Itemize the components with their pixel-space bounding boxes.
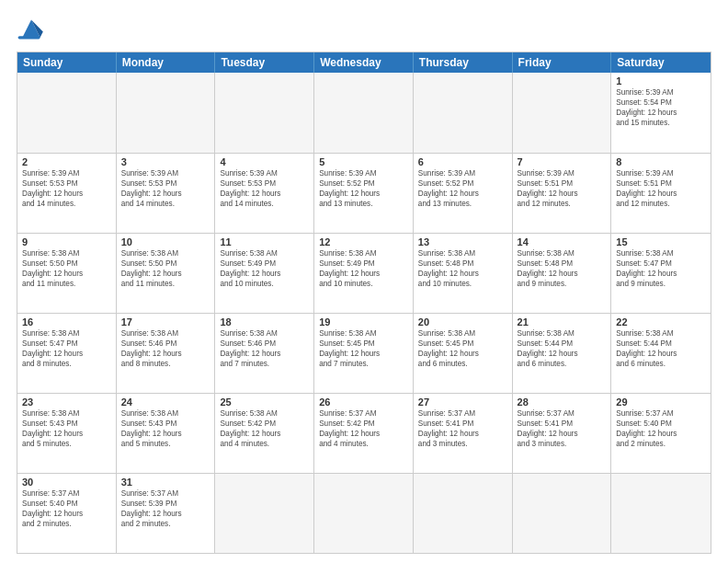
day-number: 1 [616, 75, 706, 86]
calendar-row-1: 2Sunrise: 5:39 AM Sunset: 5:53 PM Daylig… [17, 153, 711, 233]
calendar-cell: 5Sunrise: 5:39 AM Sunset: 5:52 PM Daylig… [314, 154, 414, 233]
calendar-cell: 14Sunrise: 5:38 AM Sunset: 5:48 PM Dayli… [513, 234, 612, 313]
day-info: Sunrise: 5:38 AM Sunset: 5:49 PM Dayligh… [319, 248, 408, 289]
calendar-cell: 8Sunrise: 5:39 AM Sunset: 5:51 PM Daylig… [611, 154, 711, 233]
day-info: Sunrise: 5:38 AM Sunset: 5:45 PM Dayligh… [418, 328, 507, 369]
calendar-cell: 30Sunrise: 5:37 AM Sunset: 5:40 PM Dayli… [17, 474, 117, 553]
calendar-row-0: 1Sunrise: 5:39 AM Sunset: 5:54 PM Daylig… [17, 73, 711, 153]
calendar-row-4: 23Sunrise: 5:38 AM Sunset: 5:43 PM Dayli… [17, 393, 711, 473]
calendar-cell: 3Sunrise: 5:39 AM Sunset: 5:53 PM Daylig… [117, 154, 216, 233]
calendar-cell: 27Sunrise: 5:37 AM Sunset: 5:41 PM Dayli… [414, 394, 513, 473]
calendar-row-2: 9Sunrise: 5:38 AM Sunset: 5:50 PM Daylig… [17, 233, 711, 313]
day-info: Sunrise: 5:38 AM Sunset: 5:46 PM Dayligh… [220, 328, 309, 369]
calendar-cell: 28Sunrise: 5:37 AM Sunset: 5:41 PM Dayli… [513, 394, 612, 473]
day-number: 15 [616, 236, 706, 247]
calendar-cell: 19Sunrise: 5:38 AM Sunset: 5:45 PM Dayli… [314, 314, 414, 393]
day-number: 19 [319, 316, 408, 327]
calendar-cell [215, 474, 314, 553]
day-number: 12 [319, 236, 408, 247]
page: SundayMondayTuesdayWednesdayThursdayFrid… [0, 0, 728, 563]
day-info: Sunrise: 5:37 AM Sunset: 5:41 PM Dayligh… [418, 408, 507, 449]
day-info: Sunrise: 5:39 AM Sunset: 5:54 PM Dayligh… [616, 87, 706, 128]
day-info: Sunrise: 5:39 AM Sunset: 5:51 PM Dayligh… [518, 168, 607, 209]
day-info: Sunrise: 5:37 AM Sunset: 5:40 PM Dayligh… [616, 408, 706, 449]
svg-rect-2 [18, 36, 40, 39]
day-info: Sunrise: 5:38 AM Sunset: 5:43 PM Dayligh… [121, 408, 210, 449]
calendar-cell: 29Sunrise: 5:37 AM Sunset: 5:40 PM Dayli… [611, 394, 711, 473]
calendar-header: SundayMondayTuesdayWednesdayThursdayFrid… [17, 52, 711, 73]
weekday-header-wednesday: Wednesday [314, 52, 414, 73]
calendar-cell: 18Sunrise: 5:38 AM Sunset: 5:46 PM Dayli… [215, 314, 314, 393]
calendar-cell: 15Sunrise: 5:38 AM Sunset: 5:47 PM Dayli… [611, 234, 711, 313]
calendar-cell: 9Sunrise: 5:38 AM Sunset: 5:50 PM Daylig… [17, 234, 117, 313]
calendar-cell: 11Sunrise: 5:38 AM Sunset: 5:49 PM Dayli… [215, 234, 314, 313]
logo [17, 17, 50, 42]
weekday-header-monday: Monday [117, 52, 216, 73]
day-number: 11 [220, 236, 309, 247]
calendar-cell: 17Sunrise: 5:38 AM Sunset: 5:46 PM Dayli… [117, 314, 216, 393]
calendar-cell [215, 73, 314, 153]
day-number: 5 [319, 156, 408, 167]
day-info: Sunrise: 5:37 AM Sunset: 5:40 PM Dayligh… [22, 488, 111, 529]
calendar-row-3: 16Sunrise: 5:38 AM Sunset: 5:47 PM Dayli… [17, 313, 711, 393]
day-number: 16 [22, 316, 111, 327]
day-number: 6 [418, 156, 507, 167]
calendar-cell [314, 474, 414, 553]
header [17, 17, 711, 42]
day-number: 18 [220, 316, 309, 327]
day-number: 4 [220, 156, 309, 167]
day-info: Sunrise: 5:39 AM Sunset: 5:53 PM Dayligh… [220, 168, 309, 209]
calendar-cell [117, 73, 216, 153]
calendar-body: 1Sunrise: 5:39 AM Sunset: 5:54 PM Daylig… [17, 73, 711, 553]
day-number: 13 [418, 236, 507, 247]
calendar-cell [513, 73, 612, 153]
day-info: Sunrise: 5:39 AM Sunset: 5:52 PM Dayligh… [319, 168, 408, 209]
calendar-cell: 7Sunrise: 5:39 AM Sunset: 5:51 PM Daylig… [513, 154, 612, 233]
day-info: Sunrise: 5:37 AM Sunset: 5:42 PM Dayligh… [319, 408, 408, 449]
day-info: Sunrise: 5:37 AM Sunset: 5:39 PM Dayligh… [121, 488, 210, 529]
calendar-cell: 10Sunrise: 5:38 AM Sunset: 5:50 PM Dayli… [117, 234, 216, 313]
day-info: Sunrise: 5:39 AM Sunset: 5:51 PM Dayligh… [616, 168, 706, 209]
day-number: 24 [121, 396, 210, 408]
calendar-cell [17, 73, 117, 153]
calendar-cell: 26Sunrise: 5:37 AM Sunset: 5:42 PM Dayli… [314, 394, 414, 473]
day-number: 14 [518, 236, 607, 247]
day-number: 22 [616, 316, 706, 327]
day-info: Sunrise: 5:39 AM Sunset: 5:53 PM Dayligh… [22, 168, 111, 209]
weekday-header-friday: Friday [513, 52, 612, 73]
day-number: 9 [22, 236, 111, 247]
day-number: 27 [418, 396, 507, 408]
day-info: Sunrise: 5:38 AM Sunset: 5:44 PM Dayligh… [518, 328, 607, 369]
calendar-cell: 24Sunrise: 5:38 AM Sunset: 5:43 PM Dayli… [117, 394, 216, 473]
day-number: 3 [121, 156, 210, 167]
day-number: 29 [616, 396, 706, 408]
day-number: 30 [22, 477, 111, 488]
day-info: Sunrise: 5:39 AM Sunset: 5:53 PM Dayligh… [121, 168, 210, 209]
calendar-cell: 23Sunrise: 5:38 AM Sunset: 5:43 PM Dayli… [17, 394, 117, 473]
calendar-cell [414, 73, 513, 153]
day-info: Sunrise: 5:38 AM Sunset: 5:47 PM Dayligh… [616, 248, 706, 289]
day-number: 7 [518, 156, 607, 167]
day-info: Sunrise: 5:39 AM Sunset: 5:52 PM Dayligh… [418, 168, 507, 209]
day-number: 31 [121, 477, 210, 488]
day-number: 28 [518, 396, 607, 408]
calendar-row-5: 30Sunrise: 5:37 AM Sunset: 5:40 PM Dayli… [17, 473, 711, 553]
day-info: Sunrise: 5:38 AM Sunset: 5:48 PM Dayligh… [418, 248, 507, 289]
calendar-cell: 31Sunrise: 5:37 AM Sunset: 5:39 PM Dayli… [117, 474, 216, 553]
generalblue-icon [17, 17, 46, 42]
day-number: 20 [418, 316, 507, 327]
day-number: 17 [121, 316, 210, 327]
calendar-cell: 4Sunrise: 5:39 AM Sunset: 5:53 PM Daylig… [215, 154, 314, 233]
day-info: Sunrise: 5:38 AM Sunset: 5:44 PM Dayligh… [616, 328, 706, 369]
calendar-cell: 25Sunrise: 5:38 AM Sunset: 5:42 PM Dayli… [215, 394, 314, 473]
calendar-cell: 21Sunrise: 5:38 AM Sunset: 5:44 PM Dayli… [513, 314, 612, 393]
calendar-cell [414, 474, 513, 553]
calendar-cell: 2Sunrise: 5:39 AM Sunset: 5:53 PM Daylig… [17, 154, 117, 233]
day-info: Sunrise: 5:38 AM Sunset: 5:48 PM Dayligh… [518, 248, 607, 289]
day-info: Sunrise: 5:38 AM Sunset: 5:47 PM Dayligh… [22, 328, 111, 369]
weekday-header-tuesday: Tuesday [215, 52, 314, 73]
day-number: 8 [616, 156, 706, 167]
day-info: Sunrise: 5:38 AM Sunset: 5:49 PM Dayligh… [220, 248, 309, 289]
day-info: Sunrise: 5:37 AM Sunset: 5:41 PM Dayligh… [518, 408, 607, 449]
calendar-cell [513, 474, 612, 553]
